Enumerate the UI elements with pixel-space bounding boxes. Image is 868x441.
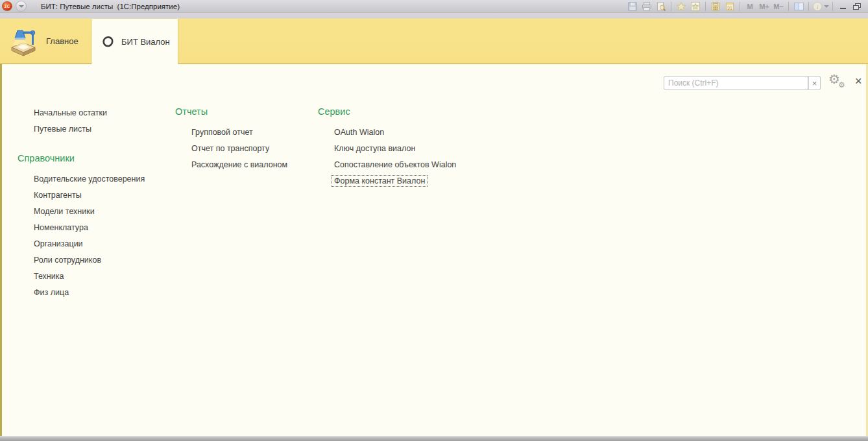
toolbar-separator bbox=[808, 2, 809, 11]
toolbar-separator bbox=[832, 2, 833, 11]
calculator-button[interactable] bbox=[709, 1, 722, 12]
tab-strip: Главное БИТ Виалон bbox=[0, 13, 868, 64]
search-input[interactable] bbox=[664, 76, 808, 90]
toolbar-separator bbox=[788, 2, 789, 11]
menu-item[interactable]: Контрагенты bbox=[16, 187, 84, 203]
section-header: Справочники bbox=[16, 150, 75, 166]
menu-group: ОтчетыГрупповой отчетОтчет по транспорту… bbox=[173, 103, 290, 173]
tab-label: БИТ Виалон bbox=[121, 37, 170, 47]
menu-item[interactable]: Номенклатура bbox=[16, 219, 91, 235]
column-service: СервисOAuth WialonКлюч доступа виалонСоп… bbox=[316, 103, 459, 189]
m-minus-label: M− bbox=[773, 3, 784, 10]
menu-item-label: Групповой отчет bbox=[189, 126, 256, 138]
svg-text:31: 31 bbox=[727, 5, 732, 10]
menu-item-label: Сопоставление объектов Wialon bbox=[332, 159, 459, 171]
function-panel: × ⚙ ⚙ × Начальные остаткиПутевые листыСп… bbox=[0, 64, 868, 436]
window-bottom-border bbox=[0, 436, 868, 441]
close-panel-button[interactable]: × bbox=[855, 75, 862, 87]
m-plus-label: M+ bbox=[759, 3, 769, 10]
menu-item-label: Номенклатура bbox=[31, 222, 91, 233]
menu-item[interactable]: Техника bbox=[16, 268, 66, 284]
menu-item[interactable]: Модели техники bbox=[16, 203, 97, 219]
titlebar-toolbar: 31 M M+ M− bbox=[625, 1, 868, 12]
menu-item-label: Организации bbox=[31, 238, 86, 250]
favorites-add-button[interactable] bbox=[675, 1, 688, 12]
menu-item-label: Роли сотрудников bbox=[31, 254, 104, 266]
menu-item-label: Путевые листы bbox=[31, 123, 94, 135]
calendar-icon: 31 bbox=[725, 1, 735, 12]
gear-icon: ⚙ bbox=[838, 81, 845, 89]
menu-item-label: Физ лица bbox=[31, 287, 71, 298]
print-preview-icon bbox=[656, 1, 666, 12]
favorites-button[interactable] bbox=[689, 1, 702, 12]
menu-group: СервисOAuth WialonКлюч доступа виалонСоп… bbox=[316, 103, 459, 189]
wialon-logo-icon bbox=[102, 36, 114, 48]
memory-subtract-button[interactable]: M− bbox=[772, 1, 785, 12]
caret-down-icon bbox=[19, 5, 24, 8]
toolbar-separator bbox=[671, 2, 671, 11]
memory-add-button[interactable]: M+ bbox=[758, 1, 771, 12]
menu-group: Начальные остаткиПутевые листы bbox=[16, 104, 147, 137]
menu-item-label: Форма констант Виалон bbox=[332, 175, 428, 187]
menu-item[interactable]: Отчет по транспорту bbox=[173, 140, 272, 156]
info-button[interactable]: i bbox=[812, 1, 829, 12]
calculator-icon bbox=[710, 1, 721, 12]
menu-item[interactable]: Групповой отчет bbox=[173, 124, 256, 140]
titlebar: 1С БИТ: Путевые листы (1С:Предприятие) bbox=[0, 0, 868, 13]
menu-item[interactable]: Роли сотрудников bbox=[16, 252, 104, 268]
caret-down-icon bbox=[824, 5, 829, 8]
menu-item[interactable]: OAuth Wialon bbox=[316, 124, 387, 140]
favorites-icon bbox=[690, 1, 701, 12]
split-window-icon bbox=[793, 1, 804, 12]
split-window-button[interactable] bbox=[792, 1, 805, 12]
tab-label: Главное bbox=[46, 36, 78, 46]
menu-item[interactable]: Физ лица bbox=[16, 284, 71, 300]
menu-item-label: Водительские удостоверения bbox=[31, 173, 147, 185]
minimize-icon bbox=[840, 8, 846, 9]
menu-item[interactable]: Сопоставление объектов Wialon bbox=[316, 156, 459, 173]
minimize-button[interactable] bbox=[836, 1, 849, 12]
menu-item-focused[interactable]: Форма констант Виалон bbox=[316, 173, 428, 189]
search-clear-button[interactable]: × bbox=[808, 76, 821, 90]
restore-button[interactable] bbox=[850, 1, 863, 12]
favorites-add-icon bbox=[676, 1, 686, 12]
info-icon: i bbox=[812, 1, 823, 12]
1c-logo-icon: 1С bbox=[2, 1, 12, 11]
section-header: Отчеты bbox=[173, 103, 208, 119]
toolbar-separator bbox=[705, 2, 706, 11]
print-icon bbox=[642, 1, 652, 12]
system-menu-button[interactable] bbox=[16, 1, 27, 12]
menu-group: СправочникиВодительские удостоверенияКон… bbox=[16, 150, 147, 300]
search-widget: × bbox=[664, 76, 821, 90]
tab-bit-vialon[interactable]: БИТ Виалон bbox=[91, 19, 178, 64]
save-button[interactable] bbox=[626, 1, 639, 12]
menu-item-label: Расхождение с виалоном bbox=[189, 159, 290, 171]
print-button[interactable] bbox=[640, 1, 653, 12]
section-header: Сервис bbox=[316, 103, 350, 119]
menu-item[interactable]: Организации bbox=[16, 235, 86, 252]
tab-glavnoe[interactable]: Главное bbox=[0, 19, 91, 64]
menu-item[interactable]: Расхождение с виалоном bbox=[173, 156, 290, 173]
m-label: M bbox=[747, 3, 753, 10]
save-icon bbox=[627, 1, 638, 12]
settings-button[interactable]: ⚙ ⚙ bbox=[828, 75, 849, 94]
menu-item[interactable]: Путевые листы bbox=[16, 121, 94, 137]
menu-item-label: Отчет по транспорту bbox=[189, 143, 272, 154]
menu-item[interactable]: Начальные остатки bbox=[16, 104, 110, 121]
memory-store-button[interactable]: M bbox=[743, 1, 756, 12]
column-documents: Начальные остаткиПутевые листыСправочник… bbox=[16, 104, 147, 300]
window-title: БИТ: Путевые листы (1С:Предприятие) bbox=[41, 3, 180, 10]
menu-item[interactable]: Водительские удостоверения bbox=[16, 171, 147, 187]
menu-item-label: OAuth Wialon bbox=[332, 126, 387, 138]
menu-item-label: Техника bbox=[31, 270, 66, 282]
menu-item-label: Контрагенты bbox=[31, 189, 84, 201]
menu-item-label: Начальные остатки bbox=[31, 107, 110, 119]
calendar-button[interactable]: 31 bbox=[723, 1, 736, 12]
desk-lamp-icon bbox=[8, 25, 38, 58]
menu-item-label: Модели техники bbox=[31, 206, 97, 217]
print-preview-button[interactable] bbox=[655, 1, 668, 12]
toolbar-separator bbox=[740, 2, 740, 11]
menu-item-label: Ключ доступа виалон bbox=[332, 143, 418, 154]
column-reports: ОтчетыГрупповой отчетОтчет по транспорту… bbox=[173, 103, 290, 173]
menu-item[interactable]: Ключ доступа виалон bbox=[316, 140, 418, 156]
